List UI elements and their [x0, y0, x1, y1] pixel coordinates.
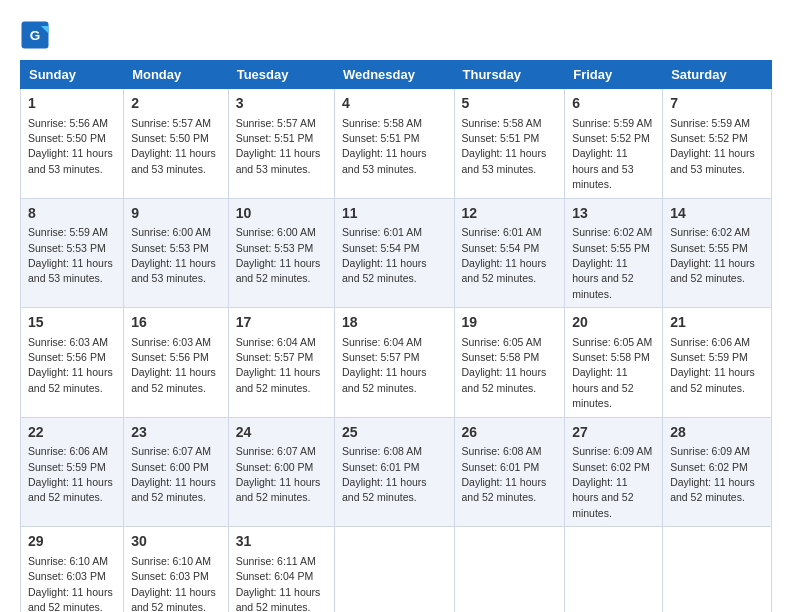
day-cell-26: 26 Sunrise: 6:08 AM Sunset: 6:01 PM Dayl…	[454, 417, 565, 527]
day-sunrise: Sunrise: 6:10 AM	[131, 555, 211, 567]
day-sunset: Sunset: 6:01 PM	[342, 461, 420, 473]
day-sunrise: Sunrise: 6:07 AM	[131, 445, 211, 457]
day-cell-27: 27 Sunrise: 6:09 AM Sunset: 6:02 PM Dayl…	[565, 417, 663, 527]
day-daylight: Daylight: 11 hours and 53 minutes.	[236, 147, 321, 174]
day-daylight: Daylight: 11 hours and 52 minutes.	[236, 366, 321, 393]
day-sunset: Sunset: 5:58 PM	[462, 351, 540, 363]
logo-icon: G	[20, 20, 50, 50]
calendar-table: SundayMondayTuesdayWednesdayThursdayFrid…	[20, 60, 772, 612]
day-cell-22: 22 Sunrise: 6:06 AM Sunset: 5:59 PM Dayl…	[21, 417, 124, 527]
day-number: 3	[236, 94, 327, 114]
day-daylight: Daylight: 11 hours and 52 minutes.	[342, 257, 427, 284]
day-daylight: Daylight: 11 hours and 53 minutes.	[572, 147, 633, 190]
day-daylight: Daylight: 11 hours and 53 minutes.	[28, 147, 113, 174]
day-cell-19: 19 Sunrise: 6:05 AM Sunset: 5:58 PM Dayl…	[454, 308, 565, 418]
day-number: 6	[572, 94, 655, 114]
day-sunset: Sunset: 5:57 PM	[342, 351, 420, 363]
day-number: 22	[28, 423, 116, 443]
day-sunset: Sunset: 5:50 PM	[131, 132, 209, 144]
day-number: 12	[462, 204, 558, 224]
day-daylight: Daylight: 11 hours and 52 minutes.	[670, 366, 755, 393]
day-daylight: Daylight: 11 hours and 52 minutes.	[131, 586, 216, 612]
day-number: 26	[462, 423, 558, 443]
day-daylight: Daylight: 11 hours and 52 minutes.	[236, 476, 321, 503]
day-number: 24	[236, 423, 327, 443]
day-sunrise: Sunrise: 5:58 AM	[342, 117, 422, 129]
day-daylight: Daylight: 11 hours and 52 minutes.	[28, 366, 113, 393]
day-daylight: Daylight: 11 hours and 52 minutes.	[572, 366, 633, 409]
empty-cell	[334, 527, 454, 612]
day-cell-13: 13 Sunrise: 6:02 AM Sunset: 5:55 PM Dayl…	[565, 198, 663, 308]
day-sunset: Sunset: 5:53 PM	[28, 242, 106, 254]
day-number: 30	[131, 532, 221, 552]
calendar-week-1: 1 Sunrise: 5:56 AM Sunset: 5:50 PM Dayli…	[21, 89, 772, 199]
day-sunset: Sunset: 5:53 PM	[236, 242, 314, 254]
day-cell-17: 17 Sunrise: 6:04 AM Sunset: 5:57 PM Dayl…	[228, 308, 334, 418]
day-daylight: Daylight: 11 hours and 52 minutes.	[131, 366, 216, 393]
day-daylight: Daylight: 11 hours and 52 minutes.	[28, 476, 113, 503]
day-sunrise: Sunrise: 5:59 AM	[28, 226, 108, 238]
day-cell-1: 1 Sunrise: 5:56 AM Sunset: 5:50 PM Dayli…	[21, 89, 124, 199]
day-daylight: Daylight: 11 hours and 53 minutes.	[131, 147, 216, 174]
day-cell-28: 28 Sunrise: 6:09 AM Sunset: 6:02 PM Dayl…	[663, 417, 772, 527]
day-cell-2: 2 Sunrise: 5:57 AM Sunset: 5:50 PM Dayli…	[124, 89, 229, 199]
day-sunrise: Sunrise: 6:09 AM	[670, 445, 750, 457]
day-cell-20: 20 Sunrise: 6:05 AM Sunset: 5:58 PM Dayl…	[565, 308, 663, 418]
day-sunset: Sunset: 5:56 PM	[28, 351, 106, 363]
day-number: 4	[342, 94, 447, 114]
day-sunset: Sunset: 5:54 PM	[342, 242, 420, 254]
day-sunrise: Sunrise: 5:57 AM	[131, 117, 211, 129]
day-sunset: Sunset: 6:02 PM	[572, 461, 650, 473]
day-daylight: Daylight: 11 hours and 53 minutes.	[28, 257, 113, 284]
day-sunrise: Sunrise: 6:02 AM	[572, 226, 652, 238]
day-daylight: Daylight: 11 hours and 52 minutes.	[572, 476, 633, 519]
day-sunset: Sunset: 6:00 PM	[131, 461, 209, 473]
calendar-week-5: 29 Sunrise: 6:10 AM Sunset: 6:03 PM Dayl…	[21, 527, 772, 612]
empty-cell	[565, 527, 663, 612]
day-number: 13	[572, 204, 655, 224]
day-cell-24: 24 Sunrise: 6:07 AM Sunset: 6:00 PM Dayl…	[228, 417, 334, 527]
day-number: 20	[572, 313, 655, 333]
day-cell-5: 5 Sunrise: 5:58 AM Sunset: 5:51 PM Dayli…	[454, 89, 565, 199]
day-sunset: Sunset: 5:50 PM	[28, 132, 106, 144]
day-sunrise: Sunrise: 6:04 AM	[236, 336, 316, 348]
day-sunrise: Sunrise: 5:56 AM	[28, 117, 108, 129]
day-sunset: Sunset: 5:52 PM	[572, 132, 650, 144]
day-daylight: Daylight: 11 hours and 53 minutes.	[462, 147, 547, 174]
day-cell-21: 21 Sunrise: 6:06 AM Sunset: 5:59 PM Dayl…	[663, 308, 772, 418]
day-cell-12: 12 Sunrise: 6:01 AM Sunset: 5:54 PM Dayl…	[454, 198, 565, 308]
calendar-header-row: SundayMondayTuesdayWednesdayThursdayFrid…	[21, 61, 772, 89]
day-sunrise: Sunrise: 6:01 AM	[462, 226, 542, 238]
day-cell-9: 9 Sunrise: 6:00 AM Sunset: 5:53 PM Dayli…	[124, 198, 229, 308]
day-number: 16	[131, 313, 221, 333]
day-cell-16: 16 Sunrise: 6:03 AM Sunset: 5:56 PM Dayl…	[124, 308, 229, 418]
day-sunrise: Sunrise: 6:00 AM	[236, 226, 316, 238]
day-sunset: Sunset: 6:01 PM	[462, 461, 540, 473]
day-cell-25: 25 Sunrise: 6:08 AM Sunset: 6:01 PM Dayl…	[334, 417, 454, 527]
day-sunset: Sunset: 5:56 PM	[131, 351, 209, 363]
day-sunset: Sunset: 6:04 PM	[236, 570, 314, 582]
header-saturday: Saturday	[663, 61, 772, 89]
day-sunset: Sunset: 5:55 PM	[670, 242, 748, 254]
day-number: 8	[28, 204, 116, 224]
day-number: 17	[236, 313, 327, 333]
day-cell-4: 4 Sunrise: 5:58 AM Sunset: 5:51 PM Dayli…	[334, 89, 454, 199]
page-header: G	[20, 20, 772, 50]
day-daylight: Daylight: 11 hours and 52 minutes.	[670, 257, 755, 284]
header-wednesday: Wednesday	[334, 61, 454, 89]
day-daylight: Daylight: 11 hours and 52 minutes.	[131, 476, 216, 503]
day-daylight: Daylight: 11 hours and 52 minutes.	[462, 257, 547, 284]
day-daylight: Daylight: 11 hours and 53 minutes.	[670, 147, 755, 174]
day-cell-29: 29 Sunrise: 6:10 AM Sunset: 6:03 PM Dayl…	[21, 527, 124, 612]
day-daylight: Daylight: 11 hours and 53 minutes.	[342, 147, 427, 174]
day-daylight: Daylight: 11 hours and 52 minutes.	[236, 257, 321, 284]
header-monday: Monday	[124, 61, 229, 89]
day-number: 25	[342, 423, 447, 443]
day-sunset: Sunset: 5:59 PM	[28, 461, 106, 473]
day-sunset: Sunset: 5:53 PM	[131, 242, 209, 254]
day-sunset: Sunset: 5:59 PM	[670, 351, 748, 363]
day-sunrise: Sunrise: 6:08 AM	[462, 445, 542, 457]
day-number: 9	[131, 204, 221, 224]
day-sunrise: Sunrise: 6:08 AM	[342, 445, 422, 457]
day-number: 11	[342, 204, 447, 224]
